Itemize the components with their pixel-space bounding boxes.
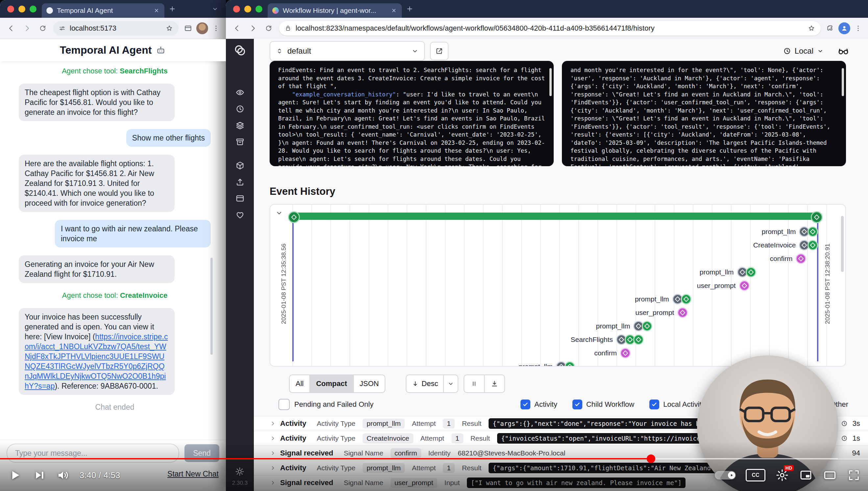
timeline-event[interactable]: prompt_llm: [270, 227, 818, 236]
timeline-event[interactable]: user_prompt: [270, 281, 750, 290]
close-window-button[interactable]: [233, 6, 240, 12]
timeline-collapse-icon[interactable]: [275, 209, 283, 217]
fullscreen-button[interactable]: [847, 468, 861, 482]
minimize-window-button[interactable]: [19, 6, 25, 12]
timeline-event[interactable]: user_prompt: [270, 308, 688, 317]
reload-button[interactable]: [35, 21, 50, 35]
temporal-logo-icon[interactable]: [233, 44, 247, 57]
new-tab-button[interactable]: [402, 0, 417, 18]
profile-avatar[interactable]: [838, 22, 850, 34]
timeline-marker-green[interactable]: [642, 321, 652, 331]
address-bar[interactable]: localhost:8233/namespaces/default/workfl…: [279, 21, 820, 35]
cube-icon[interactable]: [235, 161, 245, 171]
event-id-link[interactable]: 94: [852, 449, 860, 457]
back-button[interactable]: [4, 21, 19, 35]
left-browser-tab[interactable]: Temporal AI Agent: [42, 3, 164, 18]
chat-scrollbar[interactable]: [210, 258, 213, 355]
zoom-window-button[interactable]: [30, 6, 36, 12]
timeline-event[interactable]: prompt_llm: [270, 295, 691, 304]
checkbox[interactable]: [649, 400, 659, 409]
view-tab-json[interactable]: JSON: [353, 375, 385, 392]
theater-mode-button[interactable]: [823, 468, 837, 483]
timeline-marker-pink[interactable]: [620, 348, 631, 358]
tab-search-button[interactable]: [208, 0, 223, 18]
invoice-link[interactable]: https://invoice.stripe.com/i/acct_1NBOLu…: [25, 333, 168, 390]
bookmark-star-icon[interactable]: [807, 24, 815, 32]
namespace-selector[interactable]: default: [270, 41, 425, 61]
timeline-event[interactable]: confirm: [270, 254, 806, 263]
timeline-marker-green[interactable]: [564, 362, 575, 367]
timeline-marker-pink[interactable]: [739, 280, 750, 291]
type-filter-activity[interactable]: Activity: [521, 400, 557, 409]
menu-kebab-icon[interactable]: [212, 24, 220, 32]
menu-kebab-icon[interactable]: [854, 24, 862, 32]
workflow-result-panel[interactable]: and month you're interested in for the e…: [562, 61, 846, 166]
timeline-marker-pink[interactable]: [796, 253, 806, 264]
archive-icon[interactable]: [235, 137, 245, 147]
tab-close-icon[interactable]: [153, 7, 160, 14]
layers-icon[interactable]: [235, 120, 245, 130]
autoplay-toggle[interactable]: [715, 471, 736, 480]
url-text[interactable]: localhost:5173: [70, 24, 161, 33]
reload-button[interactable]: [261, 21, 276, 35]
url-text[interactable]: localhost:8233/namespaces/default/workfl…: [296, 24, 804, 33]
right-browser-tab[interactable]: Workflow History | agent-wor...: [268, 3, 402, 18]
address-bar[interactable]: localhost:5173: [53, 21, 179, 35]
view-tab-all[interactable]: All: [290, 375, 309, 392]
bookmark-star-icon[interactable]: [165, 24, 173, 32]
minimize-window-button[interactable]: [244, 6, 251, 12]
pause-autorefresh-button[interactable]: [464, 375, 484, 392]
next-button[interactable]: [32, 468, 46, 482]
view-tab-compact[interactable]: Compact: [309, 375, 353, 392]
close-window-button[interactable]: [7, 6, 14, 12]
back-button[interactable]: [230, 21, 244, 35]
timeline-marker-green[interactable]: [746, 267, 756, 278]
row-expand-icon[interactable]: [270, 420, 276, 427]
timeline-event[interactable]: CreateInvoice: [270, 241, 818, 250]
timeline-marker-green[interactable]: [807, 226, 818, 237]
workflow-start-marker[interactable]: [288, 211, 300, 223]
eye-icon[interactable]: [235, 88, 245, 97]
volume-button[interactable]: [56, 468, 70, 482]
tab-close-icon[interactable]: [391, 7, 397, 14]
video-progress-bar[interactable]: [0, 458, 868, 459]
import-icon[interactable]: [235, 177, 245, 187]
checkbox[interactable]: [572, 400, 582, 409]
row-expand-icon[interactable]: [270, 435, 276, 442]
timeline-scrollbar[interactable]: [841, 216, 844, 272]
site-info-icon[interactable]: [59, 25, 66, 32]
timezone-selector[interactable]: Local: [783, 45, 849, 57]
timeline-marker-green[interactable]: [681, 294, 691, 305]
schedules-clock-icon[interactable]: [235, 104, 245, 114]
new-tab-button[interactable]: [164, 0, 180, 18]
pending-failed-checkbox[interactable]: [278, 399, 290, 410]
timeline-marker-pink[interactable]: [677, 307, 688, 318]
video-scrubber[interactable]: [647, 455, 655, 463]
forward-button[interactable]: [246, 21, 260, 35]
profile-avatar[interactable]: [196, 22, 208, 34]
timeline-event[interactable]: confirm: [270, 349, 631, 357]
extensions-puzzle-icon[interactable]: [826, 24, 834, 33]
settings-button[interactable]: HD: [775, 468, 789, 482]
chat-message-input[interactable]: [7, 443, 179, 463]
type-filter-child-workflow[interactable]: Child Workflow: [572, 400, 634, 409]
timeline-event[interactable]: SearchFlights: [270, 335, 644, 344]
open-in-new-button[interactable]: [430, 42, 448, 60]
lock-icon[interactable]: [284, 25, 291, 32]
workflow-input-panel[interactable]: FindEvents: Find an event to travel to 2…: [270, 61, 554, 166]
labs-glasses-icon[interactable]: [837, 45, 849, 57]
row-expand-icon[interactable]: [270, 450, 276, 457]
type-filter-local-activity[interactable]: Local Activity: [649, 400, 705, 409]
workflow-end-marker[interactable]: [811, 211, 823, 223]
timeline-event[interactable]: prompt_llm: [270, 268, 756, 277]
checkbox[interactable]: [521, 400, 530, 409]
timeline-marker-green[interactable]: [807, 240, 818, 251]
panel-scrollbar[interactable]: [842, 68, 844, 96]
timeline-event[interactable]: prompt_llm: [270, 362, 575, 367]
play-button[interactable]: [7, 468, 22, 483]
miniplayer-button[interactable]: [799, 468, 813, 482]
timeline-marker-green[interactable]: [633, 334, 644, 345]
zoom-window-button[interactable]: [255, 6, 262, 12]
captions-button[interactable]: CC: [746, 469, 766, 482]
timeline-event[interactable]: prompt_llm: [270, 322, 652, 330]
